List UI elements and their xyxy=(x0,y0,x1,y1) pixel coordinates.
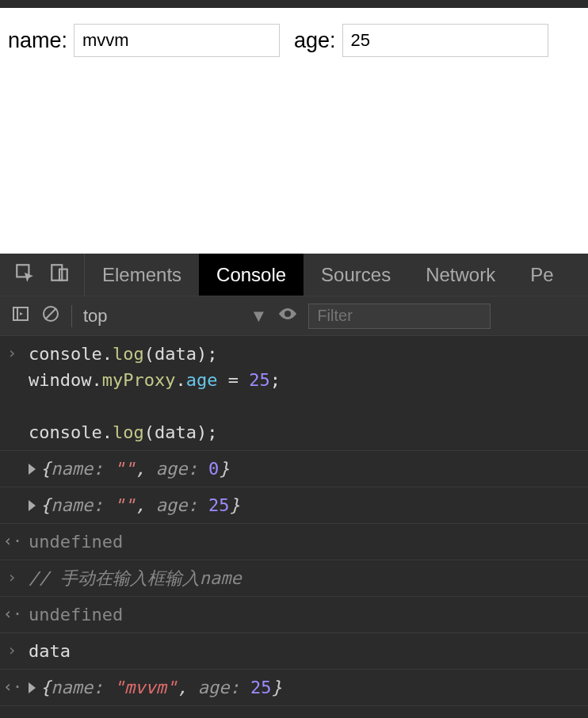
code-text: ; xyxy=(270,370,281,390)
clear-console-icon[interactable] xyxy=(41,304,60,328)
sep: , xyxy=(135,495,156,515)
code-text: myProxy xyxy=(102,370,176,390)
input-text: data xyxy=(29,638,582,664)
obj-key: name: xyxy=(51,459,113,479)
brace: { xyxy=(40,459,51,479)
obj-val: "" xyxy=(114,459,136,479)
tab-console[interactable]: Console xyxy=(199,254,304,296)
object-preview[interactable]: {name: "", age: 0} xyxy=(29,456,582,482)
code-text: (data); xyxy=(144,344,218,364)
expand-triangle-icon[interactable] xyxy=(29,464,36,475)
input-prompt-icon: › xyxy=(3,341,21,365)
code-text: window. xyxy=(29,370,102,390)
comment-text: // 手动在输入框输入name xyxy=(29,565,582,591)
obj-val: 0 xyxy=(208,459,219,479)
svg-rect-1 xyxy=(52,265,62,281)
obj-val: "" xyxy=(114,495,136,515)
console-return-row: ‹· undefined xyxy=(0,597,588,633)
obj-key: name: xyxy=(51,495,113,515)
expand-triangle-icon[interactable] xyxy=(29,682,36,693)
code-text: console. xyxy=(29,344,113,364)
prompt-chevron-icon: › xyxy=(3,711,21,718)
tab-network[interactable]: Network xyxy=(408,254,513,296)
tab-elements[interactable]: Elements xyxy=(85,254,199,296)
tab-performance-partial[interactable]: Pe xyxy=(513,254,571,296)
console-body: › console.log(data); window.myProxy.age … xyxy=(0,336,588,718)
return-value: undefined xyxy=(29,602,582,628)
console-toolbar: top ▼ xyxy=(0,296,588,336)
input-prompt-icon: › xyxy=(3,638,21,662)
brace: { xyxy=(40,678,51,697)
expand-triangle-icon[interactable] xyxy=(29,500,36,511)
console-input-code: console.log(data); window.myProxy.age = … xyxy=(29,341,582,445)
code-text: console. xyxy=(29,422,113,442)
return-arrow-icon: ‹· xyxy=(3,674,21,698)
console-prompt-row[interactable]: › xyxy=(0,706,588,718)
form-row: name: age: xyxy=(8,24,580,57)
age-input[interactable] xyxy=(342,24,548,57)
page-viewport: name: age: xyxy=(0,8,588,254)
obj-val: "mvvm" xyxy=(114,678,177,697)
svg-rect-2 xyxy=(59,269,67,280)
console-input-block: › console.log(data); window.myProxy.age … xyxy=(0,336,588,451)
console-input-row: › // 手动在输入框输入name xyxy=(0,560,588,597)
obj-key: name: xyxy=(51,678,113,697)
code-text: log xyxy=(113,422,144,442)
inspect-element-icon[interactable] xyxy=(14,262,35,288)
obj-val: 25 xyxy=(208,495,230,515)
console-return-row: ‹· {name: "mvvm", age: 25} xyxy=(0,670,588,706)
brace: } xyxy=(229,495,239,515)
return-value: undefined xyxy=(29,529,582,555)
name-input[interactable] xyxy=(74,24,280,57)
brace: } xyxy=(271,678,281,697)
code-text: age xyxy=(186,370,218,390)
toolbar-divider xyxy=(71,305,72,327)
window-top-bar xyxy=(0,0,588,8)
console-output-object: {name: "", age: 25} xyxy=(0,487,588,524)
code-text: 25 xyxy=(249,370,270,390)
execution-context-select[interactable]: top ▼ xyxy=(83,306,267,327)
brace: { xyxy=(40,495,51,515)
context-label: top xyxy=(83,306,108,327)
console-input-row: › data xyxy=(0,633,588,670)
code-text: = xyxy=(217,370,249,390)
code-text: (data); xyxy=(144,422,218,442)
obj-key: age: xyxy=(156,495,208,515)
live-expression-icon[interactable] xyxy=(278,304,297,328)
age-label: age: xyxy=(294,29,336,53)
filter-input[interactable] xyxy=(308,304,491,329)
return-arrow-icon: ‹· xyxy=(3,602,21,625)
code-text: . xyxy=(175,370,185,390)
tab-sources[interactable]: Sources xyxy=(304,254,408,296)
console-sidebar-toggle-icon[interactable] xyxy=(11,304,30,328)
brace: } xyxy=(219,459,229,479)
object-preview[interactable]: {name: "mvvm", age: 25} xyxy=(29,674,582,701)
obj-key: age: xyxy=(156,459,208,479)
chevron-down-icon: ▼ xyxy=(250,306,268,327)
code-text: log xyxy=(113,344,144,364)
obj-val: 25 xyxy=(250,678,272,697)
sep: , xyxy=(135,459,156,479)
device-toolbar-icon[interactable] xyxy=(49,262,70,288)
input-prompt-icon: › xyxy=(3,565,21,589)
sep: , xyxy=(177,678,198,697)
console-return-row: ‹· undefined xyxy=(0,524,588,560)
return-arrow-icon: ‹· xyxy=(3,529,21,552)
console-output-object: {name: "", age: 0} xyxy=(0,451,588,487)
name-label: name: xyxy=(8,29,67,53)
devtools-tab-bar: Elements Console Sources Network Pe xyxy=(0,254,588,296)
object-preview[interactable]: {name: "", age: 25} xyxy=(29,492,582,518)
devtools-panel: Elements Console Sources Network Pe top … xyxy=(0,254,588,718)
obj-key: age: xyxy=(198,678,250,697)
